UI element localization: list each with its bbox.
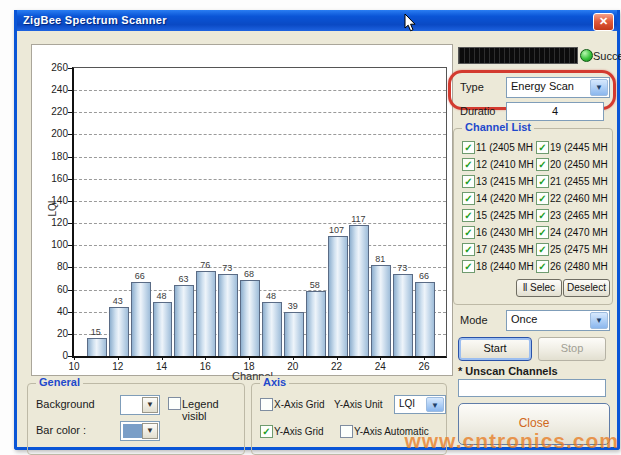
chevron-down-icon[interactable]: ▼ xyxy=(142,397,158,413)
general-group: General Background ▼ ✓ Legend visibl Bar… xyxy=(27,383,245,455)
chevron-down-icon[interactable]: ▼ xyxy=(426,397,444,412)
y-axis-unit-combobox[interactable]: LQI ▼ xyxy=(394,395,446,414)
bar-value-label: 63 xyxy=(170,274,196,284)
stop-button[interactable]: Stop xyxy=(538,337,606,361)
x-tick-label: 20 xyxy=(281,361,305,372)
bar-channel-20 xyxy=(284,312,304,356)
scan-progress-bar xyxy=(458,47,578,64)
x-axis-grid-checkbox[interactable]: ✓ xyxy=(260,398,273,411)
channel-label[interactable]: 16 (2430 MH xyxy=(476,227,534,238)
bar-channel-14 xyxy=(153,302,173,356)
mode-value: Once xyxy=(511,313,537,325)
chevron-down-icon[interactable]: ▼ xyxy=(590,79,608,96)
channel-label[interactable]: 18 (2440 MH xyxy=(476,261,534,272)
channel-label[interactable]: 26 (2480 MH xyxy=(550,261,608,272)
mouse-cursor xyxy=(404,14,418,34)
channel-checkbox[interactable]: ✓ xyxy=(462,226,475,239)
start-button[interactable]: Start xyxy=(458,337,532,361)
chevron-down-icon[interactable]: ▼ xyxy=(590,312,608,329)
channel-label[interactable]: 19 (2445 MH xyxy=(550,142,608,153)
channel-label[interactable]: 13 (2415 MH xyxy=(476,176,534,187)
x-axis-grid-label[interactable]: X-Axis Grid xyxy=(274,399,325,410)
y-axis-grid-label[interactable]: Y-Axis Grid xyxy=(274,426,324,437)
x-tick-label: 12 xyxy=(106,361,130,372)
y-tick-mark xyxy=(68,290,73,291)
y-axis-automatic-checkbox[interactable]: ✓ xyxy=(340,425,353,438)
channel-checkbox[interactable]: ✓ xyxy=(536,243,549,256)
duration-field[interactable]: 4 xyxy=(506,102,604,121)
channel-checkbox[interactable]: ✓ xyxy=(462,158,475,171)
bar-value-label: 58 xyxy=(302,280,328,290)
gridline xyxy=(74,201,446,202)
x-tick-label: 16 xyxy=(193,361,217,372)
y-tick-mark xyxy=(68,134,73,135)
channel-checkbox[interactable]: ✓ xyxy=(536,260,549,273)
channel-label[interactable]: 12 (2410 MH xyxy=(476,159,534,170)
chevron-down-icon[interactable]: ▼ xyxy=(142,423,158,439)
y-tick-mark xyxy=(68,312,73,313)
channel-label[interactable]: 23 (2465 MH xyxy=(550,210,608,221)
legend-visible-checkbox[interactable]: ✓ xyxy=(168,397,181,410)
x-tick-mark xyxy=(337,356,338,360)
channel-label[interactable]: 20 (2450 MH xyxy=(550,159,608,170)
x-tick-label: 10 xyxy=(62,361,86,372)
channel-label[interactable]: 11 (2405 MH xyxy=(476,142,533,153)
legend-visible-label[interactable]: Legend visibl xyxy=(182,398,244,422)
status-led-icon xyxy=(580,49,593,62)
y-axis-unit-value: LQI xyxy=(399,398,415,409)
channel-label[interactable]: 15 (2425 MH xyxy=(476,210,534,221)
mode-combobox[interactable]: Once ▼ xyxy=(506,310,610,331)
x-tick-mark xyxy=(293,356,294,360)
y-tick-mark xyxy=(68,223,73,224)
close-window-button[interactable]: ✕ xyxy=(593,13,614,31)
channel-checkbox[interactable]: ✓ xyxy=(536,175,549,188)
x-tick-label: 14 xyxy=(150,361,174,372)
close-icon: ✕ xyxy=(599,15,608,27)
type-combobox[interactable]: Energy Scan ▼ xyxy=(506,77,610,98)
y-axis-grid-checkbox[interactable]: ✓ xyxy=(260,425,273,438)
bar-channel-26 xyxy=(415,282,435,356)
gridline xyxy=(74,223,446,224)
select-all-button[interactable]: ll Selec xyxy=(516,279,562,297)
channel-label[interactable]: 14 (2420 MH xyxy=(476,193,534,204)
channel-label[interactable]: 17 (2435 MH xyxy=(476,244,534,255)
channel-checkbox[interactable]: ✓ xyxy=(536,158,549,171)
channel-checkbox[interactable]: ✓ xyxy=(536,226,549,239)
bar-value-label: 68 xyxy=(236,269,262,279)
channel-checkbox[interactable]: ✓ xyxy=(536,209,549,222)
channel-checkbox[interactable]: ✓ xyxy=(536,141,549,154)
x-tick-mark xyxy=(162,356,163,360)
channel-checkbox[interactable]: ✓ xyxy=(536,192,549,205)
bar-channel-15 xyxy=(174,285,194,356)
bar-channel-16 xyxy=(196,271,216,356)
bar-chart-plot: LQI 020406080100120140160180200220240260… xyxy=(72,67,447,358)
channel-checkbox[interactable]: ✓ xyxy=(462,209,475,222)
bar-value-label: 66 xyxy=(411,271,437,281)
channel-label[interactable]: 22 (2460 MH xyxy=(550,193,608,204)
channel-checkbox[interactable]: ✓ xyxy=(462,192,475,205)
title-bar[interactable]: ZigBee Spectrum Scanner xyxy=(17,10,617,31)
channel-label[interactable]: 25 (2475 MH xyxy=(550,244,608,255)
y-tick-label: 100 xyxy=(38,239,68,250)
chart-panel: LQI 020406080100120140160180200220240260… xyxy=(31,44,453,376)
unscan-channels-field[interactable] xyxy=(458,379,606,397)
channel-list-group: Channel List ✓11 (2405 MH✓12 (2410 MH✓13… xyxy=(453,128,613,305)
channel-label[interactable]: 21 (2455 MH xyxy=(550,176,608,187)
y-tick-label: 20 xyxy=(38,328,68,339)
channel-checkbox[interactable]: ✓ xyxy=(462,141,475,154)
bar-value-label: 43 xyxy=(105,296,131,306)
channel-checkbox[interactable]: ✓ xyxy=(462,175,475,188)
background-color-combobox[interactable]: ▼ xyxy=(120,395,160,415)
bar-channel-24 xyxy=(371,265,391,356)
axis-title: Axis xyxy=(260,376,289,388)
bar-channel-11 xyxy=(87,338,107,356)
bar-color-combobox[interactable]: ▼ xyxy=(120,421,160,441)
channel-checkbox[interactable]: ✓ xyxy=(462,243,475,256)
channel-label[interactable]: 24 (2470 MH xyxy=(550,227,608,238)
x-tick-mark xyxy=(249,356,250,360)
x-tick-mark xyxy=(380,356,381,360)
bar-channel-12 xyxy=(109,307,129,356)
channel-checkbox[interactable]: ✓ xyxy=(462,260,475,273)
deselect-button[interactable]: Deselect xyxy=(563,279,610,297)
status-text: Success xyxy=(593,50,621,62)
